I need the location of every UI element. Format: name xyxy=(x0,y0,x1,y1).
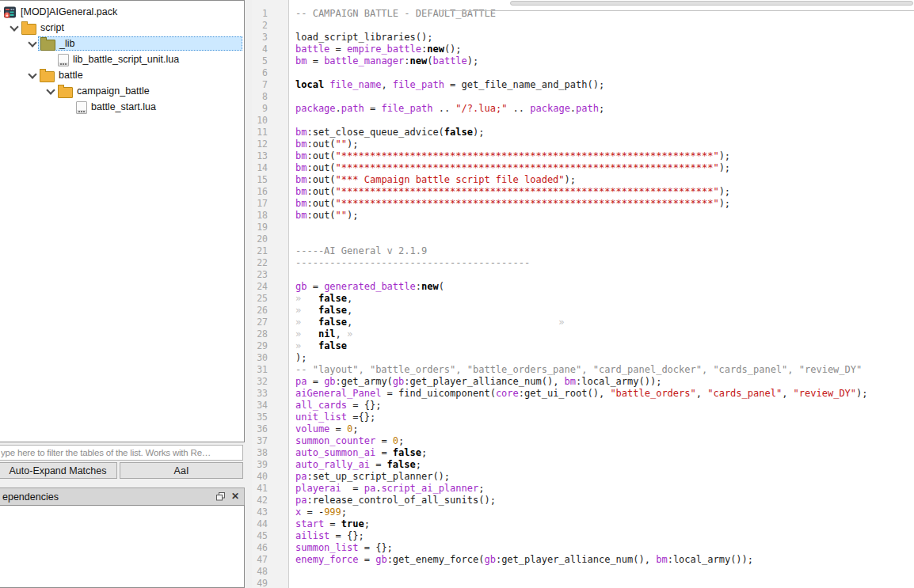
code-line: pa:release_control_of_all_sunits(); xyxy=(295,495,914,506)
tree-item-campaign_battle[interactable]: campaign_battle xyxy=(45,83,244,99)
line-number: 34 xyxy=(252,400,289,412)
line-number: 3 xyxy=(252,32,289,44)
code-line xyxy=(295,91,914,103)
line-number: 2 xyxy=(252,20,289,32)
tree-item-battle[interactable]: battle xyxy=(27,67,244,83)
pack-file-tree[interactable]: [MOD]AIGeneral.packscript_liblib_battle_… xyxy=(0,0,245,442)
item-box: battle xyxy=(40,69,83,82)
tree-item-_lib[interactable]: _lib xyxy=(27,36,244,51)
line-number: 19 xyxy=(252,222,289,233)
code-line: bm:set_close_queue_advice(false); xyxy=(295,127,914,138)
tree-item-label: [MOD]AIGeneral.pack xyxy=(21,6,117,17)
code-line: all_cards = {}; xyxy=(295,400,914,412)
code-line: bm:out("********************************… xyxy=(295,150,914,162)
chevron-down-icon[interactable] xyxy=(28,70,36,78)
code-line: » false, xyxy=(295,305,914,317)
undock-icon[interactable] xyxy=(216,492,225,501)
code-line: enemy_force = gb:get_enemy_force(gb:get_… xyxy=(295,554,914,566)
panel-splitter[interactable] xyxy=(246,0,252,588)
code-line: bm:out("********************************… xyxy=(295,198,914,210)
item-box: battle_start.lua xyxy=(76,101,156,114)
code-line: » nil, » xyxy=(295,328,914,340)
code-line xyxy=(295,233,914,245)
line-number: 18 xyxy=(252,210,289,222)
line-numbers: 1234567891011121314151617181920212223242… xyxy=(252,8,289,588)
code-line: package.path = file_path .. "/?.lua;" ..… xyxy=(295,103,914,115)
line-number: 21 xyxy=(252,245,289,257)
code-line: x = -999; xyxy=(295,506,914,518)
line-number: 37 xyxy=(252,435,289,447)
chevron-down-icon[interactable] xyxy=(10,22,18,31)
line-number: 45 xyxy=(252,530,289,542)
line-number: 13 xyxy=(252,150,289,162)
close-icon[interactable]: ✕ xyxy=(231,491,239,502)
tree-item-label: battle_start.lua xyxy=(91,101,156,112)
code-line: start = true; xyxy=(295,518,914,530)
code-line: ----------------------------------------… xyxy=(295,257,914,269)
case-sensitive-button[interactable]: AaI xyxy=(120,462,243,479)
code-line: » false, xyxy=(295,293,914,305)
code-line: battle = empire_battle:new(); xyxy=(295,44,914,55)
code-line: bm:out("*** Campaign battle script file … xyxy=(295,174,914,186)
tree-item-lib_battle_script_unit.lua[interactable]: lib_battle_script_unit.lua xyxy=(45,51,244,67)
code-area[interactable]: -- CAMPAIGN BATTLE - DEFAULT_BATTLEload_… xyxy=(295,8,914,588)
line-number: 16 xyxy=(252,186,289,198)
line-number: 33 xyxy=(252,388,289,400)
code-line: » false, » xyxy=(295,317,914,328)
line-number: 39 xyxy=(252,459,289,471)
code-line: auto_rally_ai = false; xyxy=(295,459,914,471)
item-box: [MOD]AIGeneral.pack xyxy=(3,5,117,19)
tree-rows: [MOD]AIGeneral.packscript_liblib_battle_… xyxy=(0,1,244,115)
line-number: 1 xyxy=(252,8,289,20)
horizontal-scrollbar-thumb[interactable] xyxy=(510,1,913,6)
code-line xyxy=(295,20,914,32)
line-number: 42 xyxy=(252,495,289,506)
line-number: 23 xyxy=(252,269,289,281)
line-number: 8 xyxy=(252,91,289,103)
code-line: load_script_libraries(); xyxy=(295,32,914,44)
line-number: 10 xyxy=(252,115,289,127)
line-number: 14 xyxy=(252,162,289,174)
code-editor[interactable]: 1234567891011121314151617181920212223242… xyxy=(252,0,914,588)
line-number: 11 xyxy=(252,127,289,138)
line-number: 36 xyxy=(252,423,289,435)
tree-item-modaigeneral.pack[interactable]: [MOD]AIGeneral.pack xyxy=(0,4,244,20)
line-number: 48 xyxy=(252,566,289,578)
line-number: 27 xyxy=(252,317,289,328)
chevron-down-icon[interactable] xyxy=(28,38,36,47)
tree-item-label: _lib xyxy=(59,38,74,49)
line-number: 20 xyxy=(252,233,289,245)
code-line: pa:set_up_script_planner(); xyxy=(295,471,914,483)
tree-filter-input[interactable] xyxy=(0,445,243,461)
code-line: ailist = {}; xyxy=(295,530,914,542)
tree-item-battle_start.lua[interactable]: battle_start.lua xyxy=(63,99,244,115)
line-number: 7 xyxy=(252,79,289,91)
code-line: bm = battle_manager:new(battle); xyxy=(295,55,914,67)
code-line: auto_summon_ai = false; xyxy=(295,447,914,459)
folder-icon xyxy=(21,24,36,35)
chevron-down-icon[interactable] xyxy=(46,85,55,94)
tree-item-script[interactable]: script xyxy=(9,20,244,36)
folder-icon xyxy=(58,87,73,98)
code-line: unit_list ={}; xyxy=(295,412,914,423)
line-number: 15 xyxy=(252,174,289,186)
file-icon xyxy=(58,54,69,66)
tree-item-label: battle xyxy=(59,70,83,81)
folder-icon xyxy=(40,40,55,51)
code-line: bm:out(""); xyxy=(295,210,914,222)
code-line: bm:out("********************************… xyxy=(295,186,914,198)
line-number: 38 xyxy=(252,447,289,459)
line-number: 46 xyxy=(252,542,289,554)
line-number: 31 xyxy=(252,364,289,376)
auto-expand-matches-button[interactable]: Auto-Expand Matches xyxy=(0,462,117,479)
line-number: 35 xyxy=(252,412,289,423)
chevron-down-icon[interactable] xyxy=(0,6,1,15)
dependencies-panel-header: ependencies ✕ xyxy=(0,487,245,506)
line-number: 25 xyxy=(252,293,289,305)
code-line: summon_counter = 0; xyxy=(295,435,914,447)
line-number: 40 xyxy=(252,471,289,483)
line-number: 22 xyxy=(252,257,289,269)
line-number: 9 xyxy=(252,103,289,115)
editor-top-divider xyxy=(440,10,914,11)
line-number: 29 xyxy=(252,340,289,352)
